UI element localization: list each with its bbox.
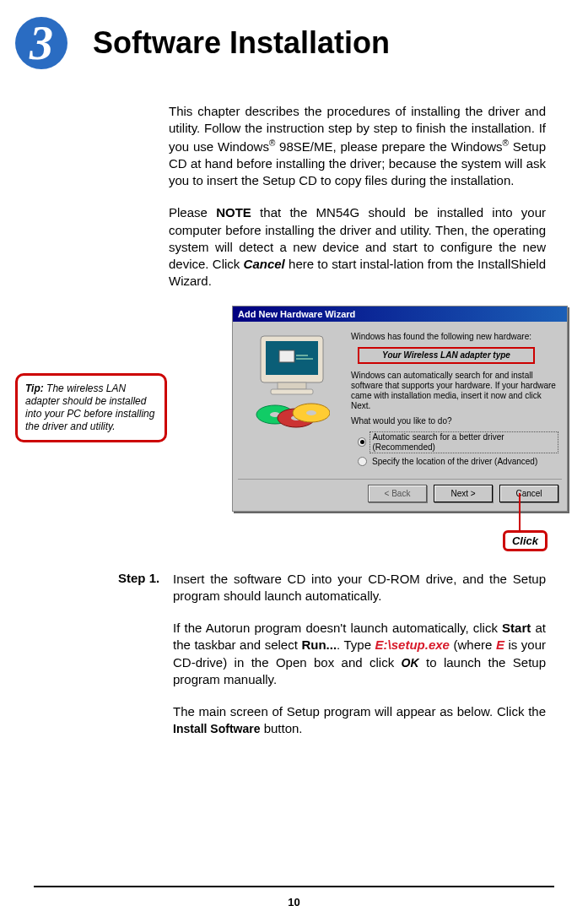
text: Please [169, 205, 216, 220]
ok-ref: OK [402, 656, 419, 670]
svg-rect-3 [271, 389, 313, 394]
radio-dot-icon [358, 457, 367, 466]
start-ref: Start [502, 621, 531, 635]
drive-letter: E [496, 637, 504, 652]
cd-discs-icon [254, 398, 330, 431]
text: button. [260, 721, 302, 735]
intro-paragraph-2: Please NOTE that the MN54G should be ins… [169, 204, 546, 290]
tip-label: Tip: [25, 382, 44, 394]
back-button: < Back [368, 485, 427, 502]
text: If the Autorun program doesn't launch au… [173, 621, 502, 635]
registered-symbol: ® [503, 138, 509, 148]
setup-path: E:\setup.exe [375, 637, 450, 652]
run-ref: Run... [301, 637, 337, 652]
chapter-header: 3 Software Installation [8, 8, 554, 69]
step-1-para-2: If the Autorun program doesn't launch au… [173, 620, 546, 688]
text: (where [450, 637, 496, 652]
cancel-button[interactable]: Cancel [499, 485, 558, 502]
intro-paragraph-1: This chapter describes the procedures of… [169, 103, 546, 189]
install-software-ref: Install Software [173, 722, 260, 735]
note-label: NOTE [216, 205, 251, 220]
cancel-ref: Cancel [244, 257, 285, 271]
intro-block: This chapter describes the procedures of… [169, 103, 546, 290]
wizard-line-3: What would you like to do? [351, 416, 558, 426]
wizard-line-2: Windows can automatically search for and… [351, 371, 558, 411]
next-button[interactable]: Next > [434, 485, 493, 502]
tip-text: The wireless LAN adapter should be insta… [25, 382, 154, 432]
tip-box: Tip: The wireless LAN adapter should be … [15, 373, 167, 442]
chapter-title: Software Installation [93, 25, 390, 61]
step-1-para-1: Insert the software CD into your CD-ROM … [173, 571, 546, 605]
text: . Type [337, 637, 375, 652]
page-footer: 10 [0, 886, 588, 909]
chapter-badge: 3 [15, 17, 67, 69]
click-pointer-line [519, 493, 521, 532]
radio-label-specify: Specify the location of the driver (Adva… [370, 457, 539, 467]
svg-point-12 [306, 410, 316, 415]
text: 98SE/ME, please prepare the Windows [275, 139, 502, 154]
chapter-number: 3 [30, 19, 53, 67]
monitor-icon [254, 332, 330, 399]
wizard-section: Tip: The wireless LAN adapter should be … [8, 306, 554, 512]
hardware-wizard-window: Add New Hardware Wizard [232, 306, 568, 512]
page-number: 10 [288, 896, 299, 908]
step-1-label: Step 1. [118, 571, 173, 753]
svg-rect-4 [279, 350, 294, 362]
step-1-block: Step 1. Insert the software CD into your… [118, 571, 546, 753]
click-callout: Click [503, 530, 548, 551]
radio-label-auto: Automatic search for a better driver (Re… [370, 431, 558, 453]
radio-option-specify[interactable]: Specify the location of the driver (Adva… [358, 457, 558, 467]
radio-dot-icon [358, 437, 366, 447]
adapter-type-callout: Your Wireless LAN adapter type [358, 347, 535, 364]
radio-option-auto[interactable]: Automatic search for a better driver (Re… [358, 431, 558, 453]
wizard-illustration [241, 332, 343, 470]
wizard-titlebar: Add New Hardware Wizard [233, 306, 567, 322]
text: The main screen of Setup program will ap… [173, 704, 546, 719]
step-1-para-3: The main screen of Setup program will ap… [173, 703, 546, 738]
svg-rect-2 [278, 382, 306, 389]
wizard-line-1: Windows has found the following new hard… [351, 332, 558, 342]
